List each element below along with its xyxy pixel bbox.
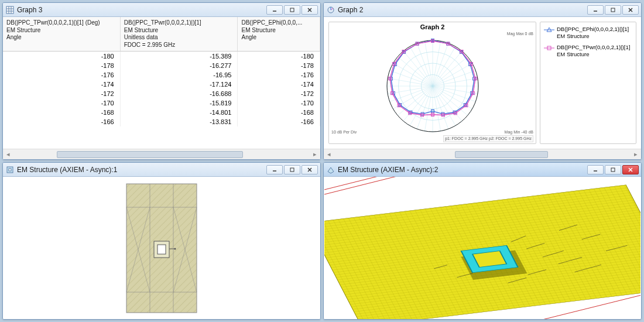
minimize-button[interactable] [587, 5, 604, 15]
window-graph3: Graph 3 DB(|PPC_TPwr(0,0,0,2,1)|)[1] (De… [2, 2, 321, 160]
table-row: -168-14.801-168 [3, 108, 320, 117]
legend: DB(|PPC_EPhi(0,0,0,2,1)|)[1] EM Structur… [540, 22, 636, 144]
titlebar-graph3[interactable]: Graph 3 [3, 3, 320, 17]
col-header-2[interactable]: DB(|PPC_EPhi(0,0,0,... EM Structure Angl… [238, 17, 320, 51]
table-row: -170-15.819-170 [3, 98, 320, 108]
svg-line-130 [324, 177, 453, 197]
table-row: -178-16.277-178 [3, 61, 320, 70]
axis-label-bottomright: Mag Min -40 dB [505, 130, 533, 134]
minimize-button[interactable] [266, 165, 283, 174]
em-3d-icon [326, 165, 335, 174]
col-header-1[interactable]: DB(|PPC_TPwr(0,0,0,2,1)|)[1] EM Structur… [121, 17, 238, 51]
em2-viewport[interactable] [324, 177, 641, 319]
svg-line-129 [324, 177, 453, 193]
table-row: -176-16.95-176 [3, 70, 320, 80]
horizontal-scrollbar-graph2[interactable]: ◂▸ [324, 149, 641, 159]
window-em1: EM Structure (AXIEM - Async):1 [2, 162, 321, 320]
svg-rect-123 [611, 168, 615, 172]
close-button[interactable] [302, 5, 318, 15]
polar-svg [371, 32, 494, 135]
table-row: -180-15.389-180 [3, 52, 320, 61]
window-controls [586, 5, 639, 15]
col-header-0[interactable]: DB(|PPC_TPwr(0,0,0,2,1)|)[1] (Deg) EM St… [3, 17, 121, 51]
titlebar-em1[interactable]: EM Structure (AXIEM - Async):1 [3, 163, 320, 177]
title-em1: EM Structure (AXIEM - Async):1 [17, 166, 265, 174]
legend-label-0: DB(|PPC_EPhi(0,0,0,2,1)|)[1] EM Structur… [557, 26, 629, 40]
title-graph2: Graph 2 [338, 6, 586, 14]
minimize-button[interactable] [587, 165, 604, 174]
svg-point-120 [174, 248, 176, 249]
polar-title: Graph 2 [329, 22, 536, 32]
maximize-button[interactable] [284, 165, 300, 174]
window-controls [265, 165, 318, 174]
legend-swatch-1 [544, 45, 554, 51]
axis-label-topright: Mag Max 0 dB [507, 32, 533, 36]
em1-layout [106, 181, 217, 316]
table-row: -172-16.688-172 [3, 89, 320, 98]
horizontal-scrollbar[interactable]: ◂▸ [3, 149, 320, 159]
table-row: -166-13.831-166 [3, 117, 320, 126]
title-graph3: Graph 3 [17, 6, 265, 14]
em-layout-icon [5, 165, 15, 174]
em1-viewport[interactable] [3, 177, 320, 319]
em2-mesh [324, 177, 640, 319]
title-em2: EM Structure (AXIEM - Async):2 [338, 166, 586, 174]
legend-label-1: DB(|PPC_TPwr(0,0,0,2,1)|)[1] EM Structur… [557, 44, 630, 59]
table-headers: DB(|PPC_TPwr(0,0,0,2,1)|)[1] (Deg) EM St… [3, 17, 320, 52]
maximize-button[interactable] [605, 5, 621, 15]
polar-chart[interactable]: Graph 2 Mag Max 0 dB Mag Min -40 dB 10 d… [328, 22, 536, 144]
close-button[interactable] [622, 165, 639, 174]
chart-footer: p1: FDOC = 2.995 GHz p2: FDOC = 2.995 GH… [443, 135, 533, 142]
legend-item-0[interactable]: DB(|PPC_EPhi(0,0,0,2,1)|)[1] EM Structur… [544, 26, 632, 40]
svg-rect-118 [157, 245, 166, 254]
legend-swatch-0 [544, 27, 554, 33]
window-em2: EM Structure (AXIEM - Async):2 [323, 162, 642, 320]
titlebar-graph2[interactable]: Graph 2 [324, 3, 641, 17]
maximize-button[interactable] [605, 165, 621, 174]
table-content: DB(|PPC_TPwr(0,0,0,2,1)|)[1] (Deg) EM St… [3, 17, 320, 159]
table-icon [5, 5, 15, 15]
window-controls [265, 5, 318, 15]
window-graph2: Graph 2 Graph 2 Mag Max 0 dB Mag Min -40… [323, 2, 642, 160]
svg-rect-101 [9, 169, 11, 171]
axis-label-bottomleft: 10 dB Per Div [331, 130, 357, 134]
svg-rect-0 [6, 6, 13, 13]
legend-item-1[interactable]: DB(|PPC_TPwr(0,0,0,2,1)|)[1] EM Structur… [544, 44, 632, 59]
titlebar-em2[interactable]: EM Structure (AXIEM - Async):2 [324, 163, 641, 177]
svg-rect-135 [472, 251, 506, 267]
close-button[interactable] [622, 5, 639, 15]
svg-line-10 [331, 8, 333, 10]
table-row: -174-17.124-174 [3, 80, 320, 89]
graph2-content: Graph 2 Mag Max 0 dB Mag Min -40 dB 10 d… [324, 17, 641, 149]
svg-rect-6 [290, 8, 294, 12]
window-controls [586, 165, 639, 174]
table-rows[interactable]: -180-15.389-180 -178-16.277-178 -176-16.… [3, 52, 320, 149]
close-button[interactable] [302, 165, 318, 174]
chart-icon [326, 5, 335, 15]
svg-marker-121 [328, 167, 334, 173]
maximize-button[interactable] [284, 5, 300, 15]
svg-rect-13 [611, 8, 615, 12]
svg-rect-103 [290, 168, 294, 172]
minimize-button[interactable] [266, 5, 283, 15]
